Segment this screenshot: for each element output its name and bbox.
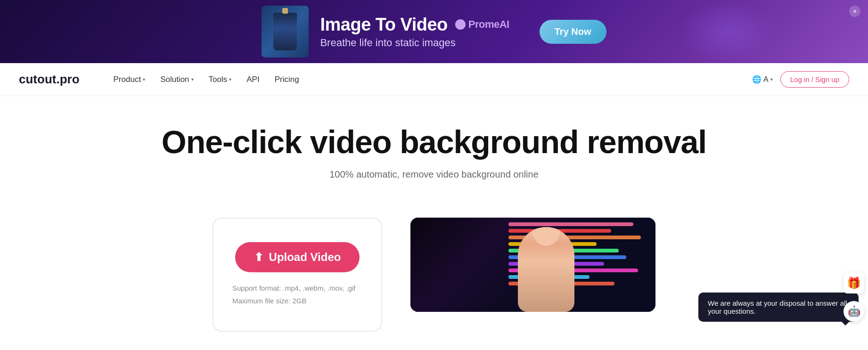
chat-tooltip-text: We are always at your disposal to answer… — [708, 299, 847, 315]
upload-info: Support format: .mp4, .webm, .mov, .gif … — [232, 282, 355, 307]
login-signup-button[interactable]: Log in / Sign up — [780, 71, 849, 88]
ad-content: Image To Video PromeAI Breathe life into… — [262, 6, 606, 57]
ad-close-button[interactable]: × — [849, 6, 860, 17]
nav-right: 🌐 A ▾ Log in / Sign up — [752, 71, 849, 88]
preview-bg — [410, 218, 655, 312]
nav-solution[interactable]: Solution ▾ — [155, 71, 199, 88]
nav-pricing-label: Pricing — [275, 75, 299, 84]
video-preview — [410, 218, 655, 312]
chevron-down-icon: ▾ — [229, 77, 231, 82]
ad-brand-dot — [455, 19, 466, 30]
ad-brand: PromeAI — [455, 18, 509, 31]
chat-tooltip: We are always at your disposal to answer… — [698, 293, 859, 322]
size-info: Maximum file size: 2GB — [232, 294, 355, 307]
hero-title: One-click video background removal — [19, 124, 849, 160]
ad-headline: Image To Video PromeAI — [320, 15, 509, 35]
lang-label: A — [763, 75, 769, 84]
ad-cta-button[interactable]: Try Now — [540, 20, 606, 44]
nav-api[interactable]: API — [241, 71, 265, 88]
nav-tools[interactable]: Tools ▾ — [203, 71, 237, 88]
language-selector[interactable]: 🌐 A ▾ — [752, 75, 773, 84]
ad-text-block: Image To Video PromeAI Breathe life into… — [320, 15, 509, 49]
gift-button[interactable]: 🎁 — [843, 273, 864, 293]
upload-video-button[interactable]: ⬆ Upload Video — [235, 242, 360, 272]
chevron-down-icon: ▾ — [770, 77, 773, 82]
ad-headline-text: Image To Video — [320, 15, 447, 35]
hero-subtitle: 100% automatic, remove video background … — [19, 169, 849, 180]
format-info: Support format: .mp4, .webm, .mov, .gif — [232, 282, 355, 294]
chevron-down-icon: ▾ — [143, 77, 145, 82]
hero-section: One-click video background removal 100% … — [0, 96, 868, 208]
navbar: cutout.pro Product ▾ Solution ▾ Tools ▾ … — [0, 63, 868, 96]
ad-subheadline: Breathe life into static images — [320, 37, 509, 49]
ad-banner: Image To Video PromeAI Breathe life into… — [0, 0, 868, 63]
ad-sparkles-decoration — [680, 0, 774, 63]
nav-solution-label: Solution — [160, 75, 189, 84]
upload-box: ⬆ Upload Video Support format: .mp4, .we… — [213, 218, 382, 332]
nav-tools-label: Tools — [209, 75, 228, 84]
chevron-down-icon: ▾ — [191, 77, 194, 82]
ad-brand-name: PromeAI — [468, 18, 509, 31]
logo[interactable]: cutout.pro — [19, 72, 80, 87]
chat-button[interactable]: 🤖 — [843, 301, 864, 322]
person-overlay — [508, 218, 584, 312]
ad-product-image — [262, 6, 309, 57]
ad-bottle-shape — [273, 13, 297, 50]
nav-product[interactable]: Product ▾ — [108, 71, 151, 88]
translate-icon: 🌐 — [752, 75, 762, 84]
nav-links: Product ▾ Solution ▾ Tools ▾ API Pricing — [108, 71, 753, 88]
nav-api-label: API — [246, 75, 259, 84]
nav-product-label: Product — [114, 75, 141, 84]
upload-button-label: Upload Video — [269, 251, 341, 264]
nav-pricing[interactable]: Pricing — [269, 71, 305, 88]
upload-icon: ⬆ — [254, 251, 263, 264]
person-shape — [518, 227, 574, 312]
